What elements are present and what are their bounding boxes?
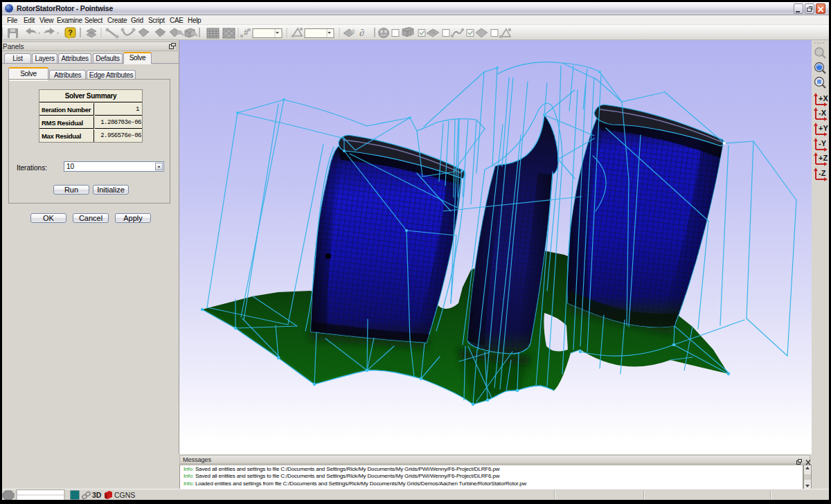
svg-text:∂: ∂	[359, 28, 364, 38]
svg-text:-X: -X	[819, 109, 827, 117]
svg-text:CGNS: CGNS	[114, 491, 135, 499]
svg-text:#: #	[244, 28, 249, 37]
svg-text:?: ?	[68, 28, 73, 37]
svg-text:+X: +X	[819, 94, 828, 102]
svg-text:-Y: -Y	[819, 139, 827, 147]
svg-text:3D: 3D	[92, 491, 102, 499]
svg-text:+Z: +Z	[819, 154, 828, 162]
svg-text:-Z: -Z	[819, 169, 826, 177]
svg-text:+Y: +Y	[819, 124, 828, 132]
